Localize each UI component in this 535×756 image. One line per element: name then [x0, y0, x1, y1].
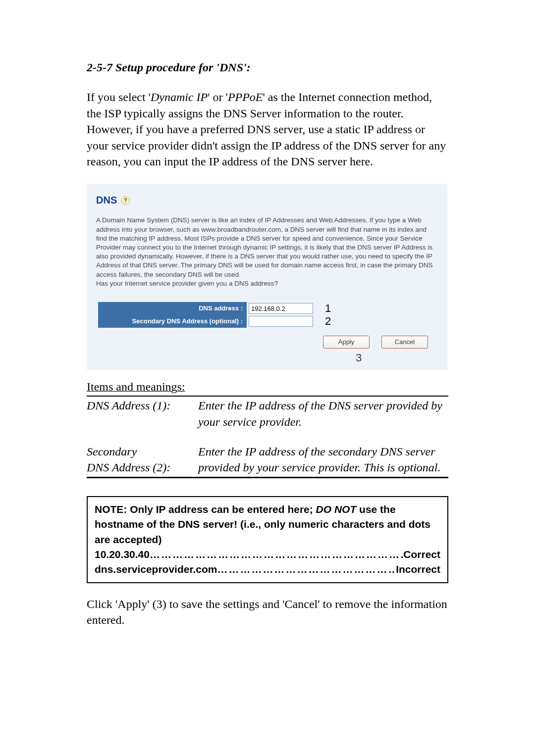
callout-3: 3 [96, 351, 438, 365]
intro-text-2: ' or ' [208, 91, 228, 103]
note-part1: NOTE: Only IP address can be entered her… [95, 504, 316, 515]
intro-pppoe: PPPoE [228, 91, 263, 103]
items-heading: Items and meanings: [87, 379, 448, 396]
items-row-2: Secondary DNS Address (2): Enter the IP … [87, 443, 448, 477]
note-example-correct: 10.20.30.40 …………………………………………………………………… C… [95, 547, 440, 562]
help-icon[interactable]: ? [121, 196, 130, 205]
intro-paragraph: If you select 'Dynamic IP' or 'PPPoE' as… [87, 89, 448, 169]
items-gap [87, 431, 448, 443]
note-text: NOTE: Only IP address can be entered her… [95, 502, 440, 547]
items-row-1: DNS Address (1): Enter the IP address of… [87, 397, 448, 431]
items-term-2: Secondary DNS Address (2): [87, 443, 198, 477]
note-example-incorrect: dns.serviceprovider.com …………………………………………… [95, 562, 440, 577]
items-term-1: DNS Address (1): [87, 397, 198, 431]
dns-address-input[interactable] [249, 303, 313, 314]
dns-form: DNS address : 1 Secondary DNS Address (o… [98, 302, 336, 328]
closing-paragraph: Click 'Apply' (3) to save the settings a… [87, 596, 448, 628]
secondary-dns-input[interactable] [249, 316, 313, 327]
items-def-2: Enter the IP address of the secondary DN… [198, 443, 448, 477]
secondary-dns-cell: 2 [247, 315, 336, 328]
panel-desc-text: A Domain Name System (DNS) server is lik… [96, 216, 433, 278]
items-heading-text: Items and meanings: [87, 379, 185, 395]
secondary-dns-row: Secondary DNS Address (optional) : 2 [98, 315, 336, 328]
panel-title: DNS [96, 194, 117, 207]
secondary-dns-label: Secondary DNS Address (optional) : [98, 315, 247, 328]
panel-question: Has your Internet service provider given… [96, 280, 278, 287]
dns-address-cell: 1 [247, 302, 336, 315]
note-ex2-left: dns.serviceprovider.com [95, 562, 217, 577]
panel-description: A Domain Name System (DNS) server is lik… [96, 216, 438, 288]
note-donot: DO NOT [316, 504, 357, 515]
note-ex1-right: Correct [403, 547, 440, 562]
section-heading: 2-5-7 Setup procedure for 'DNS': [87, 59, 448, 75]
apply-button[interactable]: Apply [323, 336, 370, 349]
panel-title-row: DNS ? [96, 194, 438, 207]
intro-dynamic-ip: Dynamic IP [151, 91, 208, 103]
dns-screenshot-panel: DNS ? A Domain Name System (DNS) server … [87, 184, 447, 369]
items-table: DNS Address (1): Enter the IP address of… [87, 396, 448, 478]
intro-text-1: If you select ' [87, 91, 151, 103]
note-ex2-right: Incorrect [396, 562, 440, 577]
callout-2: 2 [325, 314, 331, 329]
note-box: NOTE: Only IP address can be entered her… [87, 496, 448, 583]
note-dots-1: …………………………………………………………………… [150, 547, 403, 562]
button-row: Apply Cancel [96, 336, 438, 349]
dns-address-row: DNS address : 1 [98, 302, 336, 315]
cancel-button[interactable]: Cancel [381, 336, 428, 349]
note-ex1-left: 10.20.30.40 [95, 547, 150, 562]
dns-address-label: DNS address : [98, 302, 247, 315]
note-dots-2: …………………………………………... [217, 562, 396, 577]
items-def-1: Enter the IP address of the DNS server p… [198, 397, 448, 431]
